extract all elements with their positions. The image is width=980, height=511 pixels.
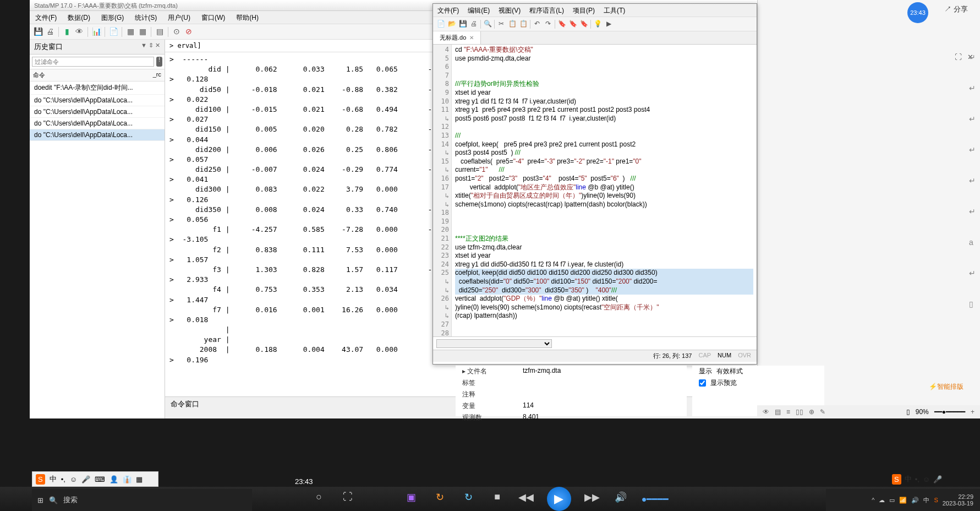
do-menubar[interactable]: 文件(F) 编辑(E) 视图(V) 程序语言(L) 项目(P) 工具(T) <box>433 4 757 17</box>
menu-user[interactable]: 用户(U) <box>162 11 196 24</box>
bookmark-prev-icon[interactable]: 🔖 <box>568 20 577 29</box>
do-dropdown[interactable] <box>436 339 552 348</box>
ime-lang[interactable]: 中 <box>905 474 912 484</box>
sogou-icon[interactable]: S <box>36 474 45 485</box>
data-browser-icon[interactable]: ▦ <box>138 27 147 37</box>
smart-layout-badge[interactable]: ⚡智能排版 <box>929 382 963 392</box>
search-text[interactable]: 搜索 <box>63 495 78 505</box>
sound-icon[interactable]: 🔊 <box>911 497 919 504</box>
stop-icon[interactable]: ■ <box>490 491 505 507</box>
ime-mic-icon[interactable]: 🎤 <box>933 475 942 483</box>
sogou-tray-icon[interactable]: S <box>934 497 938 503</box>
do-menu-tools[interactable]: 工具(T) <box>599 4 629 17</box>
history-item[interactable]: do "C:\Users\dell\AppData\Loca... <box>30 106 165 118</box>
ime-cn-icon[interactable]: 中 <box>923 496 929 504</box>
undo-icon[interactable]: ↶ <box>533 20 541 29</box>
prev-icon[interactable]: ◀◀ <box>518 491 534 507</box>
search-icon[interactable]: 🔍 <box>483 20 492 29</box>
ime-mic-icon[interactable]: 🎤 <box>81 475 90 483</box>
left-ime-bar[interactable]: S 中 •, ☺ 🎤 ⌨ 👤 👔 ▦ <box>32 471 158 487</box>
web-icon[interactable]: ⊕ <box>809 408 814 416</box>
menu-stat[interactable]: 统计(S) <box>129 11 162 24</box>
next-icon[interactable]: ▶▶ <box>584 491 600 507</box>
app1-icon[interactable]: ▣ <box>404 491 419 507</box>
book-icon[interactable]: ▯▯ <box>796 408 803 416</box>
data-editor-icon[interactable]: ▦ <box>125 27 135 37</box>
doc-icon[interactable]: 📄 <box>108 27 118 37</box>
taskbar[interactable]: ⊞ 🔍 搜索 <box>32 489 252 511</box>
help-icon[interactable]: 💡 <box>593 20 602 29</box>
filter-alert-icon[interactable]: ! <box>156 57 162 67</box>
app2-icon[interactable]: ↻ <box>432 491 448 507</box>
menu-file[interactable]: 文件(F) <box>30 11 62 24</box>
cut-icon[interactable]: ✂ <box>497 20 506 29</box>
do-menu-project[interactable]: 项目(P) <box>568 4 599 17</box>
wifi-icon[interactable]: 📶 <box>899 497 907 504</box>
save-icon[interactable]: 💾 <box>458 20 467 29</box>
chevron-up-icon[interactable]: ^ <box>872 497 874 503</box>
panel-controls[interactable]: ▼ ⇕ ✕ <box>141 42 160 52</box>
battery-icon[interactable]: ▭ <box>889 497 895 504</box>
ime-grid-icon[interactable]: ▦ <box>136 475 143 483</box>
log-icon[interactable]: ▮ <box>62 27 72 37</box>
menu-graph[interactable]: 图形(G) <box>96 11 129 24</box>
restore-icon[interactable]: ⛶ <box>955 53 962 61</box>
play-button[interactable]: ▶ <box>547 487 571 511</box>
circle-icon[interactable]: ○ <box>311 491 327 507</box>
history-item[interactable]: doedit "F:\AA-录制\空间did-时间... <box>30 81 165 95</box>
paste-icon[interactable]: 📋 <box>519 20 528 29</box>
right-ime-bar[interactable]: S 中 •, ☺ 🎤 <box>892 471 980 487</box>
search-icon[interactable]: 🔍 <box>49 496 58 504</box>
run-icon[interactable]: ▶ <box>604 20 613 29</box>
redo-icon[interactable]: ↷ <box>544 20 552 29</box>
fullscreen-icon[interactable]: ⛶ <box>340 491 355 507</box>
open-icon[interactable]: 📂 <box>447 20 456 29</box>
zoom-out-icon[interactable]: ▯ <box>906 408 910 416</box>
history-list[interactable]: doedit "F:\AA-录制\空间did-时间... do "C:\User… <box>30 81 165 418</box>
break-icon[interactable]: ⊘ <box>184 27 194 37</box>
chart-icon[interactable]: 📊 <box>91 27 101 37</box>
preview-checkbox[interactable] <box>699 378 706 388</box>
app3-icon[interactable]: ↻ <box>461 491 477 507</box>
variables-icon[interactable]: ▤ <box>155 27 165 37</box>
ime-keyboard-icon[interactable]: ⌨ <box>95 475 105 483</box>
save-icon[interactable]: 💾 <box>33 27 43 37</box>
volume-slider[interactable]: ●━━━━ <box>642 494 669 504</box>
bookmark-icon[interactable]: 🔖 <box>557 20 566 29</box>
menu-data[interactable]: 数据(D) <box>62 11 96 24</box>
eye-icon[interactable]: 👁 <box>74 27 84 37</box>
more-icon[interactable]: ⊙ <box>172 27 182 37</box>
ime-skin-icon[interactable]: 👔 <box>123 475 132 483</box>
share-button[interactable]: ↗ 分享 <box>944 4 968 14</box>
ime-emoji-icon[interactable]: ☺ <box>923 475 930 483</box>
ime-emoji-icon[interactable]: ☺ <box>70 475 77 483</box>
do-menu-lang[interactable]: 程序语言(L) <box>525 4 568 17</box>
menu-help[interactable]: 帮助(H) <box>231 11 264 24</box>
ime-icon[interactable]: •, <box>61 475 65 483</box>
history-item[interactable]: do "C:\Users\dell\AppData\Loca... <box>30 118 165 129</box>
cloud-icon[interactable]: ☁ <box>879 497 885 504</box>
scroll-icon[interactable]: ▯ <box>969 300 976 308</box>
layout-icon[interactable]: ≡ <box>786 408 790 416</box>
new-icon[interactable]: 📄 <box>436 20 445 29</box>
system-tray[interactable]: ^ ☁ ▭ 📶 🔊 中 S 22:29 2023-03-19 <box>826 489 980 511</box>
do-tab[interactable]: 无标题.do ✕ <box>433 31 481 44</box>
history-item[interactable]: do "C:\Users\dell\AppData\Loca... <box>30 95 165 106</box>
print-icon[interactable]: 🖨 <box>45 27 55 37</box>
code-area[interactable]: cd "F:\AAA-重要数据\交稿"use psmdid-zmq.dta,cl… <box>452 45 757 336</box>
do-menu-view[interactable]: 视图(V) <box>494 4 525 17</box>
ime-lang[interactable]: 中 <box>50 474 57 484</box>
print-icon[interactable]: 🖨 <box>469 20 478 29</box>
close-tab-icon[interactable]: ✕ <box>469 35 474 41</box>
start-icon[interactable]: ⊞ <box>37 496 43 504</box>
do-menu-edit[interactable]: 编辑(E) <box>463 4 494 17</box>
ime-icon[interactable]: •, <box>915 475 919 483</box>
do-menu-file[interactable]: 文件(F) <box>433 4 463 17</box>
ime-person-icon[interactable]: 👤 <box>110 475 118 483</box>
zoom-slider[interactable]: ━━●━━━━━ <box>934 408 965 416</box>
pen-icon[interactable]: ✎ <box>820 408 825 416</box>
max-icon[interactable]: + <box>971 408 974 416</box>
filter-input[interactable] <box>32 57 154 67</box>
page-icon[interactable]: ▤ <box>775 408 781 416</box>
copy-icon[interactable]: 📋 <box>508 20 517 29</box>
